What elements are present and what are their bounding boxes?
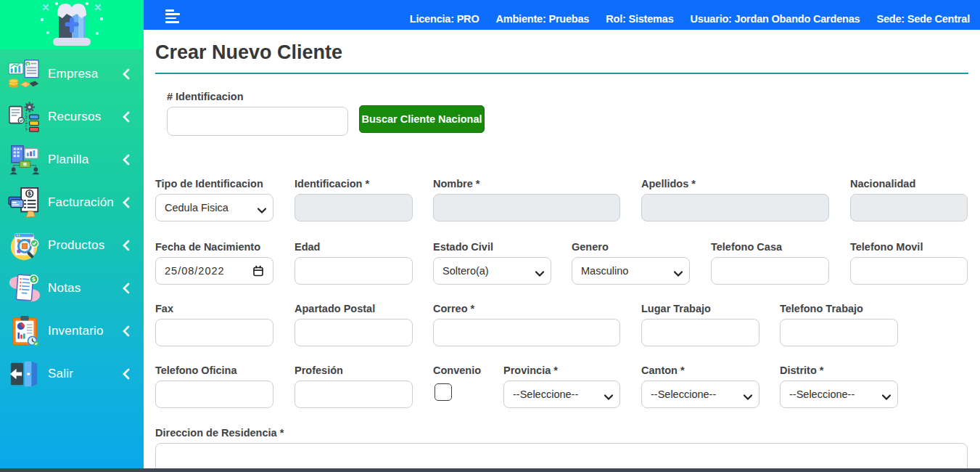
- provincia-group: Provincia * --Seleccione--: [503, 365, 620, 408]
- sidebar-item-salir[interactable]: Salir: [0, 352, 144, 395]
- estado-civil-group: Estado Civil Soltero(a): [433, 241, 551, 285]
- telefono-oficina-input[interactable]: [155, 381, 273, 408]
- direccion-residencia-label: Direccion de Residencia *: [155, 427, 968, 439]
- lugar-trabajo-input[interactable]: [641, 319, 759, 346]
- identificacion-group: Identificacion *: [295, 178, 413, 221]
- chevron-left-icon: [122, 240, 131, 251]
- tombstone-logo-icon: [37, 0, 107, 49]
- apartado-postal-input[interactable]: [295, 319, 413, 346]
- nacionalidad-label: Nacionalidad: [850, 178, 968, 190]
- provincia-label: Provincia *: [503, 365, 620, 376]
- fecha-nacimiento-label: Fecha de Nacimiento: [155, 241, 273, 253]
- canton-select[interactable]: --Seleccione--: [641, 381, 759, 408]
- sidebar-item-recursos[interactable]: Recursos: [0, 95, 144, 138]
- apellidos-input: [641, 194, 829, 221]
- telefono-oficina-group: Telefono Oficina: [155, 365, 273, 408]
- bottom-edge-strip: [0, 468, 980, 472]
- telefono-trabajo-label: Telefono Trabajo: [780, 303, 898, 314]
- chevron-left-icon: [122, 197, 131, 208]
- provincia-select[interactable]: --Seleccione--: [503, 381, 620, 408]
- planilla-icon: [7, 144, 42, 176]
- nombre-input: [433, 194, 620, 221]
- chevron-left-icon: [122, 111, 131, 123]
- edad-input[interactable]: [295, 257, 413, 285]
- role-badge: Rol: Sistemas: [606, 13, 673, 25]
- identification-lookup-label: # Identificacion: [167, 91, 348, 102]
- convenio-checkbox[interactable]: [435, 383, 452, 401]
- chevron-left-icon: [122, 68, 131, 80]
- telefono-trabajo-input[interactable]: [780, 319, 898, 346]
- apellidos-group: Apellidos *: [641, 178, 829, 221]
- estado-civil-select[interactable]: Soltero(a): [433, 257, 551, 285]
- sidebar-item-label: Productos: [48, 238, 104, 253]
- telefono-casa-input[interactable]: [711, 257, 829, 285]
- telefono-casa-label: Telefono Casa: [711, 241, 829, 253]
- sidebar-item-label: Inventario: [48, 324, 104, 338]
- inventario-icon: [7, 314, 42, 348]
- sidebar-item-notas[interactable]: $ Notas: [0, 266, 144, 309]
- telefono-casa-group: Telefono Casa: [711, 241, 829, 285]
- fecha-nacimiento-input[interactable]: 25/08/2022: [155, 257, 273, 285]
- chevron-left-icon: [122, 368, 131, 380]
- profesion-input[interactable]: [295, 381, 413, 408]
- direccion-residencia-group: Direccion de Residencia *: [155, 427, 968, 472]
- nombre-group: Nombre *: [433, 178, 620, 221]
- facturacion-icon: $: [7, 187, 42, 219]
- direccion-residencia-textarea[interactable]: [155, 443, 968, 472]
- sidebar-item-planilla[interactable]: Planilla: [0, 138, 144, 181]
- date-value: 25/08/2022: [165, 265, 225, 277]
- page-title: Crear Nuevo Cliente: [155, 41, 342, 64]
- distrito-select[interactable]: --Seleccione--: [780, 381, 898, 408]
- sidebar-item-productos[interactable]: Productos: [0, 224, 144, 266]
- correo-group: Correo *: [433, 303, 620, 346]
- sidebar-item-label: Facturación: [48, 195, 114, 210]
- apartado-postal-group: Apartado Postal: [295, 303, 413, 346]
- canton-label: Canton *: [641, 365, 759, 376]
- buscar-cliente-nacional-button[interactable]: Buscar Cliente Nacional: [359, 105, 485, 133]
- calendar-icon[interactable]: [252, 265, 264, 277]
- correo-input[interactable]: [433, 319, 620, 346]
- apartado-postal-label: Apartado Postal: [295, 303, 413, 314]
- sidebar-item-label: Recursos: [48, 110, 101, 124]
- apellidos-label: Apellidos *: [641, 178, 829, 190]
- profesion-group: Profesión: [295, 365, 413, 408]
- sidebar-item-label: Empresa: [48, 67, 98, 81]
- title-divider: [155, 73, 968, 74]
- sidebar-item-empresa[interactable]: $ Empresa: [0, 52, 144, 95]
- identification-lookup-group: # Identificacion: [167, 91, 348, 136]
- edad-group: Edad: [295, 241, 413, 285]
- sidebar-item-label: Salir: [48, 367, 73, 381]
- telefono-movil-group: Telefono Movil: [850, 241, 968, 285]
- site-badge: Sede: Sede Central: [876, 13, 970, 25]
- canton-group: Canton * --Seleccione--: [641, 365, 759, 408]
- convenio-label: Convenio: [433, 365, 491, 376]
- genero-select[interactable]: Masculino: [572, 257, 690, 285]
- identificacion-label: Identificacion *: [295, 178, 413, 190]
- estado-civil-label: Estado Civil: [433, 241, 551, 253]
- topbar-info: Licencia: PRO Ambiente: Pruebas Rol: Sis…: [410, 0, 970, 30]
- lugar-trabajo-label: Lugar Trabajo: [641, 303, 759, 314]
- nacionalidad-input: [850, 194, 968, 221]
- distrito-label: Distrito *: [780, 365, 898, 376]
- productos-icon: [7, 229, 42, 262]
- convenio-group: Convenio: [433, 365, 491, 401]
- svg-text:$: $: [28, 190, 31, 197]
- lugar-trabajo-group: Lugar Trabajo: [641, 303, 759, 346]
- sidebar-menu: $ Empresa: [0, 49, 144, 395]
- tipo-identificacion-label: Tipo de Identificacion: [155, 178, 273, 190]
- identification-lookup-input[interactable]: [167, 107, 348, 136]
- recursos-icon: [7, 101, 42, 133]
- identificacion-input: [295, 194, 413, 221]
- menu-toggle-button[interactable]: [165, 9, 181, 22]
- genero-label: Genero: [572, 241, 690, 253]
- nacionalidad-group: Nacionalidad: [850, 178, 968, 221]
- sidebar: $ Empresa: [0, 0, 144, 472]
- chevron-left-icon: [122, 154, 131, 166]
- telefono-movil-input[interactable]: [850, 257, 968, 285]
- tipo-identificacion-select[interactable]: Cedula Fisica: [155, 194, 273, 221]
- nombre-label: Nombre *: [433, 178, 620, 190]
- sidebar-item-facturacion[interactable]: $ Facturación: [0, 181, 144, 224]
- sidebar-item-inventario[interactable]: Inventario: [0, 309, 144, 352]
- sidebar-item-label: Notas: [48, 281, 81, 296]
- fax-input[interactable]: [155, 319, 273, 346]
